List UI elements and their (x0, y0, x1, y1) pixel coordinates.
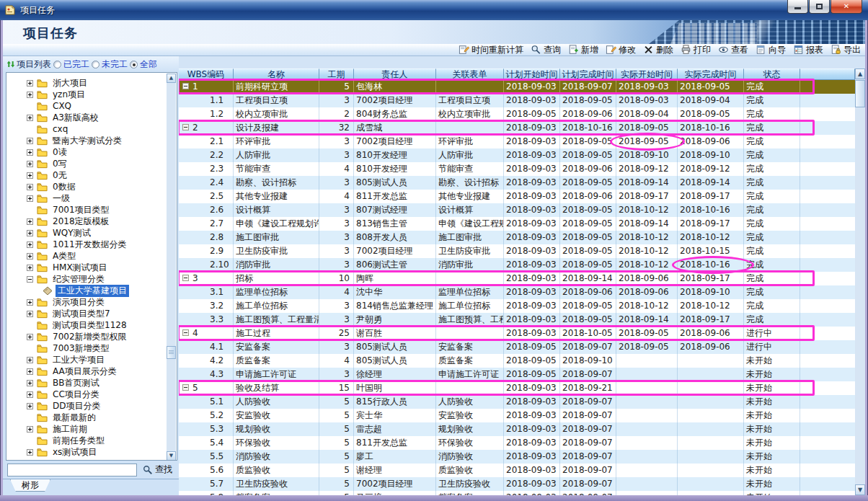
expand-plus-icon[interactable] (27, 299, 33, 306)
tree-item[interactable]: 一级 (6, 192, 177, 204)
tree-item[interactable]: 0数据 (6, 181, 177, 192)
tree-item[interactable]: yzn项目 (6, 89, 177, 100)
tree-item[interactable]: 0写 (6, 158, 177, 169)
table-row[interactable]: 1.2校内立项审批2804财务总监校内立项审批2018-09-052018-09… (179, 107, 855, 121)
expand-plus-icon[interactable] (27, 92, 33, 98)
tree-item[interactable]: 演示项目分类 (6, 296, 177, 308)
table-row[interactable]: 2.10消防审批3806测试主管消防审批2018-09-032018-09-05… (179, 258, 855, 272)
tree-item[interactable]: 纪实管理分类 (6, 273, 177, 285)
column-header[interactable]: 状态 (744, 68, 800, 80)
table-scroll-down-button[interactable]: ▼ (855, 484, 865, 495)
table-row[interactable]: 2.3节能审查4810开发经理节能审查2018-09-032018-09-062… (179, 162, 855, 176)
table-row[interactable]: 1.1工程项目立项37002项目经理工程项目立项2018-09-032018-0… (179, 94, 855, 107)
column-header[interactable]: WBS编码 (179, 68, 234, 80)
radio-all-label[interactable]: 全部 (140, 58, 157, 71)
recalc-time-button[interactable]: 时间重新计算 (459, 44, 523, 56)
print-button[interactable]: 打印 (681, 44, 711, 56)
tree-item[interactable]: xs测试项目 (6, 446, 177, 458)
row-collapse-icon[interactable] (182, 329, 189, 336)
view-button[interactable]: 查看 (718, 44, 748, 56)
table-row[interactable]: 5.7卫生防疫验收57002项目经理卫生防疫验收2018-09-032018-0… (179, 477, 855, 491)
expand-plus-icon[interactable] (27, 368, 33, 375)
expand-plus-icon[interactable] (27, 80, 33, 87)
table-row[interactable]: 2.9卫生防疫审批37002项目经理卫生防疫审批2018-09-032018-0… (179, 244, 855, 258)
tree-item[interactable]: cxq (6, 123, 177, 135)
table-row[interactable]: 5.3规划验收5雷志超规划验收2018-09-032018-09-07未开始 (179, 422, 855, 436)
tree-item[interactable]: 工业大学基建项目 (6, 285, 177, 296)
tree-item[interactable]: HMX测试项目 (6, 262, 177, 273)
tree-item[interactable]: CC项目分类 (6, 389, 177, 400)
row-collapse-icon[interactable] (182, 83, 189, 89)
modify-button[interactable]: 修改 (606, 44, 636, 56)
table-row[interactable]: 4.2质监备案4805测试人员质监备案2018-09-052018-09-10未… (179, 354, 855, 368)
radio-unfinished-label[interactable]: 未完工 (102, 58, 128, 71)
expand-plus-icon[interactable] (27, 230, 33, 236)
expand-plus-icon[interactable] (27, 195, 33, 202)
tree-item[interactable]: 2018定版模板 (6, 216, 177, 227)
table-row[interactable]: 2.7申领《建设工程规划许3813销售主管申领《建设工程规划许2018-09-0… (179, 217, 855, 231)
report-button[interactable]: 报表 (793, 44, 823, 56)
tree-item[interactable]: 7003新增类型 (6, 342, 177, 354)
expand-plus-icon[interactable] (27, 115, 33, 121)
expand-plus-icon[interactable] (27, 138, 33, 144)
row-collapse-icon[interactable] (182, 124, 189, 130)
add-button[interactable]: 新增 (568, 44, 598, 56)
table-row[interactable]: 3.2施工单位招标3814销售总监兼经理施工单位招标2018-09-032018… (179, 299, 855, 313)
expand-plus-icon[interactable] (27, 184, 33, 190)
expand-plus-icon[interactable] (27, 265, 33, 271)
tree-item[interactable]: CXQ (6, 100, 177, 112)
close-button[interactable]: ✕ (831, 0, 862, 14)
row-collapse-icon[interactable] (182, 275, 189, 281)
table-scrollbar[interactable]: ▲ ▼ (855, 68, 865, 495)
radio-finished[interactable] (53, 61, 61, 68)
table-row[interactable]: 2.5其他专业报建4811开发总监其他专业报建2018-09-032018-09… (179, 190, 855, 203)
table-row[interactable]: 2.8施工图审批3808开发人员施工图审批2018-09-032018-09-0… (179, 231, 855, 244)
find-button[interactable]: 查找 (143, 464, 172, 476)
table-row[interactable]: 4.3申请施工许可证3徐经理申请施工许可证2018-09-052018-09-0… (179, 368, 855, 381)
table-row[interactable]: 2.2人防审批3810开发经理人防审批2018-09-032018-09-052… (179, 148, 855, 162)
tree-item[interactable]: BB首页测试 (6, 377, 177, 389)
table-row[interactable]: 1前期科研立项5包海林2018-09-032018-09-072018-09-0… (179, 80, 855, 94)
expand-plus-icon[interactable] (27, 334, 33, 340)
column-header[interactable]: 实际完成时间 (678, 68, 744, 80)
tree-item[interactable]: 最新最新的 (6, 412, 177, 423)
expand-plus-icon[interactable] (27, 311, 33, 317)
table-row[interactable]: 2.1环评审批37002项目经理环评审批2018-09-032018-09-05… (179, 135, 855, 148)
wizard-button[interactable]: 向导 (756, 44, 786, 56)
expand-plus-icon[interactable] (27, 149, 33, 156)
table-scroll-thumb[interactable] (855, 80, 865, 107)
tree-item[interactable]: WQY测试 (6, 227, 177, 239)
query-button[interactable]: 查询 (531, 44, 561, 56)
column-header[interactable]: 名称 (234, 68, 319, 80)
delete-button[interactable]: 删除 (643, 44, 673, 56)
tree-scroll-down-button[interactable]: ▼ (167, 451, 176, 461)
table-row[interactable]: 4.1安监备案3805测试人员安监备案2018-09-052018-09-072… (179, 340, 855, 354)
expand-plus-icon[interactable] (27, 241, 33, 248)
tree-item[interactable]: 1011开发数据分类 (6, 239, 177, 250)
expand-plus-icon[interactable] (27, 253, 33, 260)
expand-plus-icon[interactable] (27, 426, 33, 433)
maximize-button[interactable] (809, 0, 830, 14)
column-header[interactable]: 计划开始时间 (504, 68, 560, 80)
tree-item[interactable]: 0无 (6, 169, 177, 181)
table-row[interactable]: 5.1人防验收5815行政人员人防验收2018-09-032018-09-07未… (179, 395, 855, 409)
tree-item[interactable]: A类型 (6, 250, 177, 262)
expand-plus-icon[interactable] (27, 391, 33, 398)
table-row[interactable]: 3.1监理单位招标4沈中华监理单位招标2018-09-032018-09-062… (179, 285, 855, 299)
table-row[interactable]: 5.4环保验收5811开发总监环保验收2018-09-032018-09-07未… (179, 436, 855, 450)
tree-item[interactable]: 7001项目类型 (6, 204, 177, 216)
table-row[interactable]: 5.5消防验收5廖工消防验收2018-09-032018-09-07未开始 (179, 450, 855, 464)
column-header[interactable]: 关联表单 (436, 68, 504, 80)
search-input[interactable] (7, 464, 137, 476)
tree-item[interactable]: 前期任务类型 (6, 435, 177, 446)
column-header[interactable]: 工期 (319, 68, 354, 80)
expand-plus-icon[interactable] (27, 449, 33, 456)
expand-plus-icon[interactable] (27, 380, 33, 386)
table-row[interactable]: 2.4勘察、设计招标3805测试人员勘察、设计招标2018-09-032018-… (179, 176, 855, 190)
table-scroll-up-button[interactable]: ▲ (855, 68, 865, 79)
tree-item[interactable]: AA项目展示分类 (6, 365, 177, 377)
table-row[interactable]: 3.3施工图预算、工程量清3尹朝勇施工图预算、工程量清2018-09-03201… (179, 313, 855, 327)
tab-tree[interactable]: 树形 (10, 479, 50, 492)
export-button[interactable]: 导出 (831, 44, 861, 56)
expand-plus-icon[interactable] (27, 403, 33, 409)
